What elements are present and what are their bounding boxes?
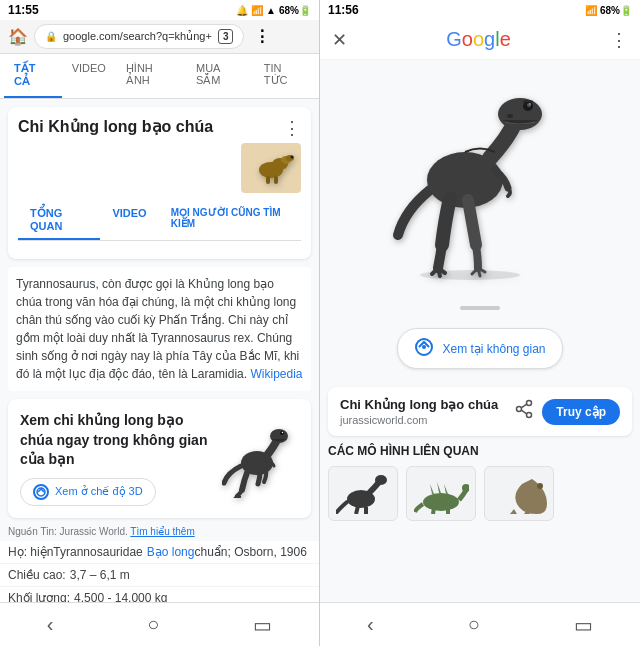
baolong-link[interactable]: Bạo long — [147, 545, 195, 559]
view-3d-button[interactable]: Xem ở chế độ 3D — [20, 478, 156, 506]
lock-icon: 🔒 — [45, 31, 57, 42]
ar-icon — [33, 484, 49, 500]
info-label-weight: Khối lượng: — [8, 591, 70, 602]
right-home-button[interactable]: ○ — [468, 613, 480, 636]
right-status-bar: 11:56 📶 68%🔋 — [320, 0, 640, 20]
tab-video[interactable]: VIDEO — [62, 54, 116, 98]
dino-large-svg — [390, 80, 570, 280]
left-nav-bar: ‹ ○ ▭ — [0, 602, 319, 646]
tab-shopping[interactable]: MUA SẮM — [186, 54, 254, 98]
related-section: CÁC MÔ HÌNH LIÊN QUAN — [328, 444, 632, 521]
notification-icon: 🔔 — [236, 5, 248, 16]
address-bar-left[interactable]: 🔒 google.com/search?q=khủng+ 3 — [34, 24, 244, 49]
related-model-3[interactable] — [484, 466, 554, 521]
info-row-weight: Khối lượng: 4.500 - 14.000 kg — [0, 587, 319, 602]
left-status-icons: 🔔 📶 ▲ 68%🔋 — [236, 5, 311, 16]
card-actions: Truy cập — [514, 399, 620, 425]
left-time: 11:55 — [8, 3, 39, 17]
knowledge-card: Chi Khủng long bạo chúa ⋮ — [8, 107, 311, 259]
svg-point-20 — [422, 345, 426, 349]
right-nav-bar: ‹ ○ ▭ — [320, 602, 640, 646]
svg-point-26 — [423, 493, 459, 511]
bottom-info-card: Chi Khủng long bạo chúa jurassicworld.co… — [328, 387, 632, 436]
knowledge-menu-icon[interactable]: ⋮ — [283, 117, 301, 139]
svg-point-15 — [507, 114, 513, 118]
wifi-icon: ▲ — [266, 5, 276, 16]
info-label-family: Họ: hiệnTyrannosauridae — [8, 545, 143, 559]
svg-point-25 — [375, 475, 387, 485]
sub-tabs: TỔNG QUAN VIDEO MỌI NGƯỜI CŨNG TÌM KIẾM — [18, 201, 301, 241]
battery-icon: 68%🔋 — [279, 5, 311, 16]
learn-more-link[interactable]: Tìm hiểu thêm — [130, 526, 194, 537]
share-button[interactable] — [514, 399, 534, 424]
source-text: Nguồn Tin: Jurassic World. Tìm hiểu thêm — [8, 526, 311, 537]
access-button[interactable]: Truy cập — [542, 399, 620, 425]
wikipedia-link[interactable]: Wikipedia — [250, 367, 302, 381]
right-time: 11:56 — [328, 3, 359, 17]
info-row-height: Chiều cao: 3,7 – 6,1 m — [0, 564, 319, 587]
right-header: ✕ Google ⋮ — [320, 20, 640, 60]
svg-point-18 — [529, 103, 531, 105]
related-models-list — [328, 466, 632, 521]
svg-rect-5 — [274, 176, 278, 184]
chrome-menu-icon[interactable]: ⋮ — [254, 27, 270, 46]
tab-images[interactable]: HÌNH ẢNH — [116, 54, 186, 98]
knowledge-title: Chi Khủng long bạo chúa — [18, 117, 213, 136]
tab-news[interactable]: TIN TỨC — [254, 54, 315, 98]
description-text: Tyrannosaurus, còn được gọi là Khủng lon… — [8, 267, 311, 391]
subtab-video[interactable]: VIDEO — [100, 201, 158, 240]
tab-count[interactable]: 3 — [218, 29, 234, 44]
subtab-related[interactable]: MỌI NGƯỜI CŨNG TÌM KIẾM — [159, 201, 301, 240]
right-battery-icon: 68%🔋 — [600, 5, 632, 16]
search-tabs: TẤT CẢ VIDEO HÌNH ẢNH MUA SẮM TIN TỨC — [0, 54, 319, 99]
card-title: Chi Khủng long bạo chúa — [340, 397, 498, 412]
tab-all[interactable]: TẤT CẢ — [4, 54, 62, 98]
related-model-2[interactable] — [406, 466, 476, 521]
ar-button-container: Xem tại không gian — [320, 318, 640, 379]
recent-button[interactable]: ▭ — [253, 613, 272, 637]
card-source: jurassicworld.com — [340, 414, 498, 426]
knowledge-header: Chi Khủng long bạo chúa ⋮ — [18, 117, 301, 193]
view-in-space-button[interactable]: Xem tại không gian — [397, 328, 562, 369]
dino-large-display — [320, 60, 640, 300]
view-3d-text: Xem chi khủng long bạo chúa ngay trong k… — [20, 411, 209, 506]
back-button[interactable]: ‹ — [47, 613, 54, 636]
view-3d-label: Xem ở chế độ 3D — [55, 485, 143, 498]
svg-point-14 — [498, 98, 542, 130]
right-back-button[interactable]: ‹ — [367, 613, 374, 636]
url-text: google.com/search?q=khủng+ — [63, 30, 212, 43]
svg-point-10 — [280, 431, 284, 435]
view-3d-title: Xem chi khủng long bạo chúa ngay trong k… — [20, 411, 209, 470]
browser-chrome-left: 🏠 🔒 google.com/search?q=khủng+ 3 ⋮ — [0, 20, 319, 54]
info-label-height: Chiều cao: — [8, 568, 66, 582]
svg-rect-4 — [266, 176, 270, 184]
home-button[interactable]: ○ — [147, 613, 159, 636]
signal-icon: 📶 — [251, 5, 263, 16]
left-status-bar: 11:55 🔔 📶 ▲ 68%🔋 — [0, 0, 319, 20]
google-logo: Google — [446, 28, 511, 51]
svg-point-21 — [527, 401, 532, 406]
left-main-content: Chi Khủng long bạo chúa ⋮ — [0, 99, 319, 602]
dino-thumbnail-svg — [246, 148, 296, 188]
bottom-info-left: Chi Khủng long bạo chúa jurassicworld.co… — [340, 397, 498, 426]
subtab-overview[interactable]: TỔNG QUAN — [18, 201, 100, 240]
home-browser-icon[interactable]: 🏠 — [8, 27, 28, 46]
svg-point-28 — [537, 483, 543, 489]
related-model-1[interactable] — [328, 466, 398, 521]
view-in-space-label: Xem tại không gian — [442, 342, 545, 356]
right-main-content: Xem tại không gian Chi Khủng long bạo ch… — [320, 60, 640, 602]
svg-point-11 — [281, 432, 282, 433]
svg-point-6 — [291, 156, 294, 159]
svg-point-22 — [527, 413, 532, 418]
close-icon[interactable]: ✕ — [332, 29, 347, 51]
left-panel: 11:55 🔔 📶 ▲ 68%🔋 🏠 🔒 google.com/search?q… — [0, 0, 320, 646]
right-recent-button[interactable]: ▭ — [574, 613, 593, 637]
knowledge-thumbnail — [241, 143, 301, 193]
related-section-title: CÁC MÔ HÌNH LIÊN QUAN — [328, 444, 632, 458]
right-menu-icon[interactable]: ⋮ — [610, 29, 628, 51]
view-3d-card: Xem chi khủng long bạo chúa ngay trong k… — [8, 399, 311, 518]
svg-point-23 — [517, 407, 522, 412]
right-signal-icon: 📶 — [585, 5, 597, 16]
right-status-icons: 📶 68%🔋 — [585, 5, 632, 16]
right-panel: 11:56 📶 68%🔋 ✕ Google ⋮ — [320, 0, 640, 646]
